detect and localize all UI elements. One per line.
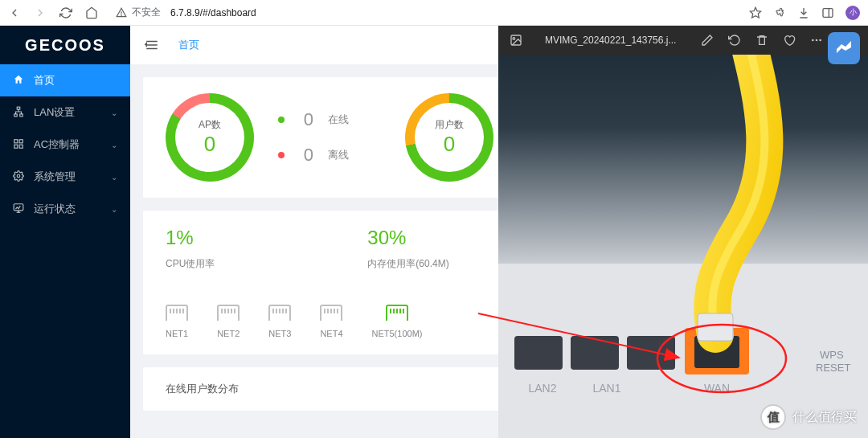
svg-text:LAN2: LAN2 — [528, 382, 556, 395]
ap-gauge: AP数 0 — [166, 93, 254, 182]
port-label: NET5(100M) — [372, 329, 423, 338]
svg-point-22 — [816, 39, 818, 42]
app-badge-icon[interactable] — [828, 32, 860, 64]
watermark-text: 什么值得买 — [792, 409, 857, 426]
svg-point-20 — [513, 38, 515, 40]
online-dot-icon — [278, 117, 285, 123]
gear-icon — [13, 170, 24, 184]
sidebar-item-1[interactable]: LAN设置⌄ — [0, 96, 130, 129]
port-3: NET4 — [320, 305, 342, 338]
watermark: 值 什么值得买 — [760, 404, 857, 430]
svg-rect-11 — [19, 145, 23, 148]
offline-dot-icon — [278, 152, 285, 158]
ethernet-port-icon — [268, 305, 291, 321]
svg-point-12 — [17, 174, 20, 178]
port-0: NET1 — [166, 305, 188, 338]
port-1: NET2 — [217, 305, 240, 338]
svg-point-1 — [121, 14, 122, 15]
home-icon[interactable] — [85, 6, 98, 19]
extensions-icon[interactable] — [773, 6, 786, 19]
watermark-badge-icon: 值 — [760, 404, 786, 430]
svg-text:RESET: RESET — [816, 362, 850, 374]
reload-icon[interactable] — [59, 6, 72, 19]
offline-value: 0 — [299, 145, 313, 166]
sidepanel-icon[interactable] — [821, 6, 834, 19]
svg-text:WPS: WPS — [820, 349, 844, 361]
address-bar[interactable]: 不安全 6.7.8.9/#/dashboard — [109, 3, 738, 23]
svg-rect-25 — [498, 55, 868, 264]
lan-icon — [13, 106, 24, 120]
collapse-icon[interactable] — [145, 39, 159, 51]
port-label: NET2 — [217, 329, 240, 338]
viewer-image[interactable]: LAN2 LAN1 WAN WPS RESET — [498, 55, 868, 438]
online-label: 在线 — [328, 113, 349, 127]
mem-label: 内存使用率(60.4M) — [367, 257, 448, 271]
ap-value: 0 — [199, 132, 221, 157]
download-icon[interactable] — [797, 6, 810, 19]
ethernet-port-icon — [320, 305, 342, 321]
monitor-icon — [13, 203, 24, 216]
viewer-toolbar: MVIMG_20240221_143756.j... — [498, 26, 868, 55]
sidebar-item-4[interactable]: 运行状态⌄ — [0, 193, 130, 225]
svg-rect-3 — [823, 8, 833, 17]
sidebar-item-label: 系统管理 — [34, 170, 76, 184]
port-2: NET3 — [268, 305, 291, 338]
svg-text:LAN1: LAN1 — [592, 382, 620, 395]
online-value: 0 — [299, 109, 313, 130]
users-label: 用户数 — [435, 118, 464, 132]
port-label: NET3 — [268, 329, 291, 338]
chevron-down-icon: ⌄ — [111, 205, 117, 214]
sidebar-item-3[interactable]: 系统管理⌄ — [0, 161, 130, 193]
chevron-down-icon: ⌄ — [111, 173, 117, 182]
svg-rect-36 — [698, 313, 733, 341]
rotate-icon[interactable] — [728, 34, 741, 47]
ethernet-port-icon — [166, 305, 188, 321]
svg-marker-2 — [750, 7, 760, 18]
users-gauge: 用户数 0 — [405, 93, 493, 182]
forward-icon[interactable] — [34, 6, 47, 19]
chevron-down-icon: ⌄ — [111, 108, 117, 117]
svg-rect-6 — [14, 113, 18, 116]
home-icon — [13, 74, 24, 88]
ap-label: AP数 — [199, 118, 221, 132]
mem-pct: 30% — [367, 227, 448, 249]
chevron-down-icon: ⌄ — [111, 141, 117, 149]
edit-icon[interactable] — [701, 34, 714, 47]
sidebar-item-label: AC控制器 — [34, 137, 80, 152]
svg-rect-27 — [571, 336, 619, 370]
cpu-pct: 1% — [166, 227, 215, 249]
delete-icon[interactable] — [755, 34, 768, 47]
ethernet-port-icon — [217, 305, 240, 321]
distribution-title: 在线用户数分布 — [166, 382, 239, 396]
favorite-icon[interactable] — [783, 34, 796, 47]
svg-point-23 — [819, 39, 821, 42]
sidebar: GECOOS 首页LAN设置⌄AC控制器⌄系统管理⌄运行状态⌄ — [0, 26, 130, 438]
port-label: NET4 — [320, 329, 342, 338]
url-text: 6.7.8.9/#/dashboard — [170, 7, 256, 18]
insecure-label: 不安全 — [132, 6, 161, 19]
svg-rect-7 — [20, 113, 23, 116]
offline-label: 离线 — [328, 148, 349, 162]
back-icon[interactable] — [8, 6, 21, 19]
ac-icon — [13, 138, 24, 152]
sidebar-item-2[interactable]: AC控制器⌄ — [0, 129, 130, 161]
image-viewer: MVIMG_20240221_143756.j... — [498, 26, 868, 438]
sidebar-item-0[interactable]: 首页 — [0, 64, 130, 96]
port-label: NET1 — [166, 329, 188, 338]
star-icon[interactable] — [749, 6, 762, 19]
sidebar-item-label: LAN设置 — [34, 105, 75, 120]
svg-rect-5 — [17, 107, 20, 109]
profile-avatar[interactable]: 小 — [845, 6, 860, 20]
logo: GECOOS — [0, 26, 130, 64]
breadcrumb[interactable]: 首页 — [178, 38, 199, 52]
ethernet-port-icon — [386, 305, 408, 321]
svg-rect-10 — [14, 145, 18, 148]
image-icon — [510, 34, 522, 47]
port-4: NET5(100M) — [372, 305, 423, 338]
sidebar-item-label: 运行状态 — [34, 202, 76, 216]
sidebar-item-label: 首页 — [34, 73, 55, 88]
svg-rect-13 — [14, 203, 23, 210]
more-icon[interactable] — [810, 34, 823, 47]
svg-rect-9 — [19, 139, 23, 142]
viewer-filename: MVIMG_20240221_143756.j... — [545, 35, 686, 46]
